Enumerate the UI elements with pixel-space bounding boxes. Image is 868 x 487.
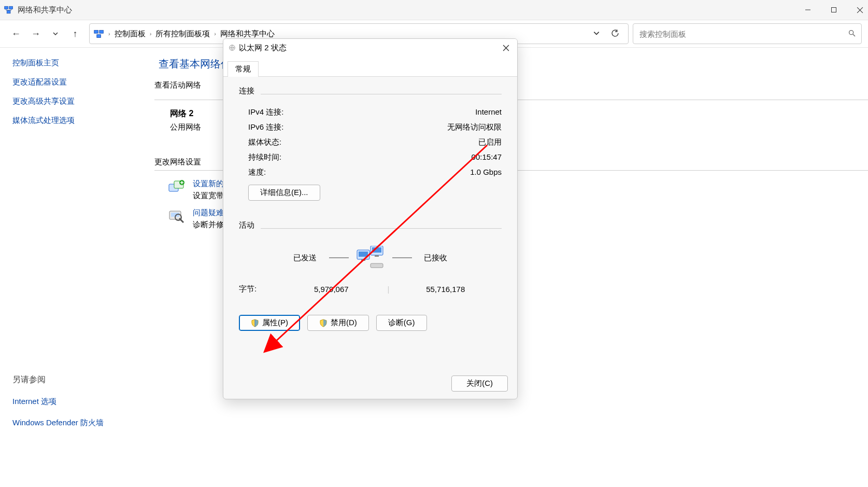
activity-dash-icon [392,257,412,258]
search-input[interactable] [638,29,848,39]
properties-button[interactable]: 属性(P) [239,315,300,331]
window-title: 网络和共享中心 [18,5,72,15]
chevron-down-icon[interactable] [593,30,600,38]
breadcrumb-item[interactable]: 所有控制面板项 [155,29,210,39]
disable-button[interactable]: 禁用(D) [307,315,369,331]
forward-button[interactable]: → [26,24,46,44]
sidebar-link-media[interactable]: 媒体流式处理选项 [12,116,142,126]
ipv6-value: 无网络访问权限 [447,122,502,132]
disable-button-label: 禁用(D) [331,318,357,328]
window-titlebar: 网络和共享中心 [0,0,868,20]
received-label: 已接收 [424,253,502,263]
maximize-button[interactable] [829,5,839,15]
speed-label: 速度: [239,168,266,177]
network-name: 网络 2 [170,108,201,119]
troubleshoot-icon [168,208,186,226]
shield-icon [251,319,259,327]
duration-value: 00:15:47 [472,152,502,162]
speed-value: 1.0 Gbps [470,168,502,177]
sidebar-link-sharing[interactable]: 更改高级共享设置 [12,96,142,106]
svg-rect-5 [94,30,98,33]
see-also-defender-firewall[interactable]: Windows Defender 防火墙 [12,418,142,428]
chevron-right-icon: › [108,31,110,37]
up-button[interactable]: ↑ [65,24,85,44]
ethernet-icon [229,44,236,51]
minimize-button[interactable] [803,5,813,15]
search-box[interactable] [633,23,862,44]
svg-rect-2 [7,11,10,13]
svg-rect-19 [361,259,365,261]
media-state-value: 已启用 [478,137,502,147]
activity-section-label: 活动 [239,220,254,230]
dialog-tabstrip: 常规 [223,57,517,77]
ethernet-status-dialog: 以太网 2 状态 常规 连接 IPv4 连接:Internet IPv6 连接:… [223,38,518,399]
breadcrumb-item[interactable]: 网络和共享中心 [220,29,275,39]
back-button[interactable]: ← [6,24,26,44]
breadcrumb-item[interactable]: 控制面板 [115,29,146,39]
svg-rect-6 [99,30,104,33]
svg-rect-0 [5,6,8,9]
duration-label: 持续时间: [239,152,281,162]
activity-dash-icon [329,257,349,258]
svg-rect-23 [371,263,383,268]
control-panel-icon [94,29,104,38]
network-center-icon [4,5,13,15]
close-button[interactable] [855,5,865,15]
recent-dropdown[interactable] [46,24,65,44]
see-also-heading: 另请参阅 [12,374,142,385]
connection-section-label: 连接 [239,86,254,96]
bytes-received-value: 55,716,178 [389,285,502,294]
computers-icon [356,246,385,270]
bytes-label: 字节: [239,284,275,294]
svg-rect-1 [9,6,13,9]
close-dialog-button[interactable]: 关闭(C) [451,375,508,392]
ipv6-label: IPv6 连接: [239,122,283,132]
diagnose-button[interactable]: 诊断(G) [376,315,427,331]
chevron-right-icon: › [214,31,216,37]
details-button[interactable]: 详细信息(E)... [248,185,320,201]
sidebar-link-home[interactable]: 控制面板主页 [12,58,142,68]
sidebar-link-adapter[interactable]: 更改适配器设置 [12,77,142,87]
refresh-icon[interactable] [610,29,620,39]
svg-rect-22 [375,255,379,257]
diagnose-button-label: 诊断(G) [388,318,415,328]
bytes-sent-value: 5,979,067 [275,285,388,294]
media-state-label: 媒体状态: [239,137,281,147]
sent-label: 已发送 [239,253,317,263]
chevron-right-icon: › [150,31,152,37]
svg-rect-18 [359,252,368,257]
svg-rect-21 [372,247,381,253]
svg-line-9 [853,34,855,36]
dialog-titlebar: 以太网 2 状态 [223,39,517,57]
ipv4-value: Internet [475,107,502,117]
search-icon [848,29,856,39]
new-connection-icon [168,179,186,197]
dialog-close-button[interactable] [500,41,512,54]
shield-icon [319,319,328,327]
ipv4-label: IPv4 连接: [239,107,283,117]
properties-button-label: 属性(P) [262,318,288,328]
svg-rect-4 [832,8,836,12]
see-also-internet-options[interactable]: Internet 选项 [12,397,142,407]
tab-general[interactable]: 常规 [227,61,259,77]
svg-rect-7 [97,35,101,38]
network-type: 公用网络 [170,122,201,132]
svg-point-8 [849,30,853,34]
sidebar: 控制面板主页 更改适配器设置 更改高级共享设置 媒体流式处理选项 另请参阅 In… [0,48,154,438]
dialog-title: 以太网 2 状态 [239,43,287,53]
